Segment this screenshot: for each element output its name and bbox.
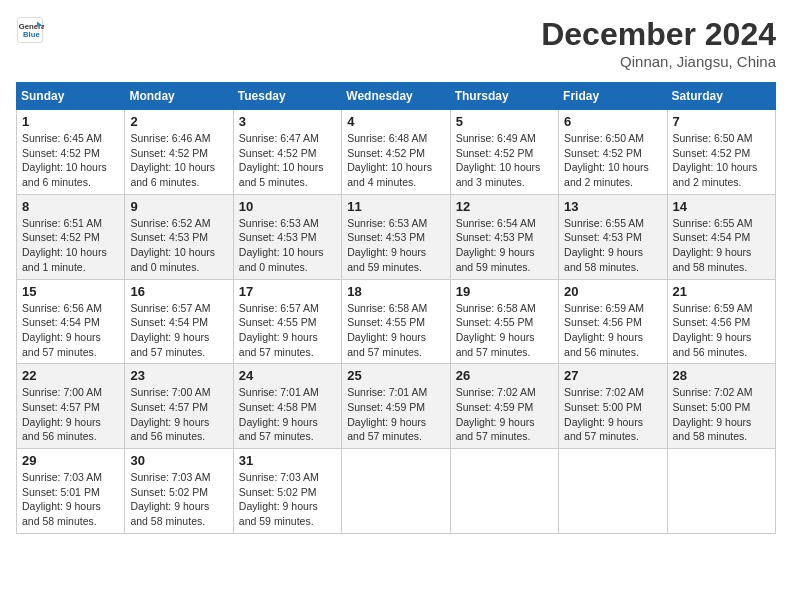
- logo: General Blue: [16, 16, 44, 44]
- calendar-week-1: 1Sunrise: 6:45 AMSunset: 4:52 PMDaylight…: [17, 110, 776, 195]
- day-number: 26: [456, 368, 553, 383]
- day-detail: Sunrise: 6:59 AMSunset: 4:56 PMDaylight:…: [564, 301, 661, 360]
- calendar-cell: 26Sunrise: 7:02 AMSunset: 4:59 PMDayligh…: [450, 364, 558, 449]
- calendar-cell: 5Sunrise: 6:49 AMSunset: 4:52 PMDaylight…: [450, 110, 558, 195]
- calendar-cell: 11Sunrise: 6:53 AMSunset: 4:53 PMDayligh…: [342, 194, 450, 279]
- day-detail: Sunrise: 6:50 AMSunset: 4:52 PMDaylight:…: [564, 131, 661, 190]
- day-number: 27: [564, 368, 661, 383]
- weekday-header-monday: Monday: [125, 83, 233, 110]
- calendar-cell: 30Sunrise: 7:03 AMSunset: 5:02 PMDayligh…: [125, 449, 233, 534]
- day-detail: Sunrise: 6:51 AMSunset: 4:52 PMDaylight:…: [22, 216, 119, 275]
- day-detail: Sunrise: 6:45 AMSunset: 4:52 PMDaylight:…: [22, 131, 119, 190]
- calendar-table: SundayMondayTuesdayWednesdayThursdayFrid…: [16, 82, 776, 534]
- day-number: 1: [22, 114, 119, 129]
- day-number: 29: [22, 453, 119, 468]
- logo-icon: General Blue: [16, 16, 44, 44]
- day-detail: Sunrise: 6:48 AMSunset: 4:52 PMDaylight:…: [347, 131, 444, 190]
- calendar-cell: 4Sunrise: 6:48 AMSunset: 4:52 PMDaylight…: [342, 110, 450, 195]
- calendar-cell: [450, 449, 558, 534]
- calendar-week-2: 8Sunrise: 6:51 AMSunset: 4:52 PMDaylight…: [17, 194, 776, 279]
- calendar-cell: [342, 449, 450, 534]
- weekday-header-thursday: Thursday: [450, 83, 558, 110]
- day-number: 20: [564, 284, 661, 299]
- day-number: 21: [673, 284, 770, 299]
- day-detail: Sunrise: 7:01 AMSunset: 4:58 PMDaylight:…: [239, 385, 336, 444]
- calendar-cell: 3Sunrise: 6:47 AMSunset: 4:52 PMDaylight…: [233, 110, 341, 195]
- day-number: 16: [130, 284, 227, 299]
- day-detail: Sunrise: 7:03 AMSunset: 5:02 PMDaylight:…: [130, 470, 227, 529]
- calendar-cell: 21Sunrise: 6:59 AMSunset: 4:56 PMDayligh…: [667, 279, 775, 364]
- calendar-cell: 2Sunrise: 6:46 AMSunset: 4:52 PMDaylight…: [125, 110, 233, 195]
- day-detail: Sunrise: 7:03 AMSunset: 5:01 PMDaylight:…: [22, 470, 119, 529]
- day-number: 3: [239, 114, 336, 129]
- day-detail: Sunrise: 6:56 AMSunset: 4:54 PMDaylight:…: [22, 301, 119, 360]
- day-detail: Sunrise: 7:01 AMSunset: 4:59 PMDaylight:…: [347, 385, 444, 444]
- day-number: 4: [347, 114, 444, 129]
- calendar-cell: 24Sunrise: 7:01 AMSunset: 4:58 PMDayligh…: [233, 364, 341, 449]
- svg-text:General: General: [19, 22, 44, 31]
- day-number: 5: [456, 114, 553, 129]
- day-number: 12: [456, 199, 553, 214]
- calendar-cell: 19Sunrise: 6:58 AMSunset: 4:55 PMDayligh…: [450, 279, 558, 364]
- calendar-cell: 23Sunrise: 7:00 AMSunset: 4:57 PMDayligh…: [125, 364, 233, 449]
- weekday-header-sunday: Sunday: [17, 83, 125, 110]
- calendar-cell: 20Sunrise: 6:59 AMSunset: 4:56 PMDayligh…: [559, 279, 667, 364]
- day-number: 30: [130, 453, 227, 468]
- calendar-cell: 25Sunrise: 7:01 AMSunset: 4:59 PMDayligh…: [342, 364, 450, 449]
- calendar-week-4: 22Sunrise: 7:00 AMSunset: 4:57 PMDayligh…: [17, 364, 776, 449]
- calendar-week-5: 29Sunrise: 7:03 AMSunset: 5:01 PMDayligh…: [17, 449, 776, 534]
- day-number: 2: [130, 114, 227, 129]
- day-detail: Sunrise: 6:50 AMSunset: 4:52 PMDaylight:…: [673, 131, 770, 190]
- day-number: 7: [673, 114, 770, 129]
- day-detail: Sunrise: 7:03 AMSunset: 5:02 PMDaylight:…: [239, 470, 336, 529]
- calendar-cell: 13Sunrise: 6:55 AMSunset: 4:53 PMDayligh…: [559, 194, 667, 279]
- weekday-header-tuesday: Tuesday: [233, 83, 341, 110]
- svg-text:Blue: Blue: [23, 30, 40, 39]
- day-detail: Sunrise: 6:47 AMSunset: 4:52 PMDaylight:…: [239, 131, 336, 190]
- calendar-cell: 15Sunrise: 6:56 AMSunset: 4:54 PMDayligh…: [17, 279, 125, 364]
- day-number: 28: [673, 368, 770, 383]
- day-number: 15: [22, 284, 119, 299]
- day-detail: Sunrise: 6:57 AMSunset: 4:54 PMDaylight:…: [130, 301, 227, 360]
- calendar-cell: 12Sunrise: 6:54 AMSunset: 4:53 PMDayligh…: [450, 194, 558, 279]
- day-detail: Sunrise: 6:49 AMSunset: 4:52 PMDaylight:…: [456, 131, 553, 190]
- calendar-cell: 1Sunrise: 6:45 AMSunset: 4:52 PMDaylight…: [17, 110, 125, 195]
- day-number: 13: [564, 199, 661, 214]
- weekday-header-friday: Friday: [559, 83, 667, 110]
- calendar-cell: 22Sunrise: 7:00 AMSunset: 4:57 PMDayligh…: [17, 364, 125, 449]
- day-detail: Sunrise: 6:59 AMSunset: 4:56 PMDaylight:…: [673, 301, 770, 360]
- day-detail: Sunrise: 7:00 AMSunset: 4:57 PMDaylight:…: [22, 385, 119, 444]
- day-number: 24: [239, 368, 336, 383]
- day-detail: Sunrise: 6:46 AMSunset: 4:52 PMDaylight:…: [130, 131, 227, 190]
- day-number: 23: [130, 368, 227, 383]
- calendar-cell: 16Sunrise: 6:57 AMSunset: 4:54 PMDayligh…: [125, 279, 233, 364]
- day-number: 17: [239, 284, 336, 299]
- day-detail: Sunrise: 6:58 AMSunset: 4:55 PMDaylight:…: [347, 301, 444, 360]
- day-number: 25: [347, 368, 444, 383]
- weekday-header-wednesday: Wednesday: [342, 83, 450, 110]
- day-number: 9: [130, 199, 227, 214]
- calendar-cell: 6Sunrise: 6:50 AMSunset: 4:52 PMDaylight…: [559, 110, 667, 195]
- calendar-cell: [559, 449, 667, 534]
- calendar-week-3: 15Sunrise: 6:56 AMSunset: 4:54 PMDayligh…: [17, 279, 776, 364]
- day-number: 14: [673, 199, 770, 214]
- calendar-cell: 31Sunrise: 7:03 AMSunset: 5:02 PMDayligh…: [233, 449, 341, 534]
- calendar-cell: 29Sunrise: 7:03 AMSunset: 5:01 PMDayligh…: [17, 449, 125, 534]
- day-number: 6: [564, 114, 661, 129]
- calendar-cell: 27Sunrise: 7:02 AMSunset: 5:00 PMDayligh…: [559, 364, 667, 449]
- day-detail: Sunrise: 6:53 AMSunset: 4:53 PMDaylight:…: [239, 216, 336, 275]
- weekday-header-row: SundayMondayTuesdayWednesdayThursdayFrid…: [17, 83, 776, 110]
- calendar-cell: 14Sunrise: 6:55 AMSunset: 4:54 PMDayligh…: [667, 194, 775, 279]
- title-block: December 2024 Qinnan, Jiangsu, China: [541, 16, 776, 70]
- day-number: 19: [456, 284, 553, 299]
- day-detail: Sunrise: 7:02 AMSunset: 5:00 PMDaylight:…: [564, 385, 661, 444]
- calendar-cell: [667, 449, 775, 534]
- calendar-cell: 18Sunrise: 6:58 AMSunset: 4:55 PMDayligh…: [342, 279, 450, 364]
- day-detail: Sunrise: 6:52 AMSunset: 4:53 PMDaylight:…: [130, 216, 227, 275]
- calendar-cell: 10Sunrise: 6:53 AMSunset: 4:53 PMDayligh…: [233, 194, 341, 279]
- day-number: 18: [347, 284, 444, 299]
- calendar-cell: 8Sunrise: 6:51 AMSunset: 4:52 PMDaylight…: [17, 194, 125, 279]
- day-number: 11: [347, 199, 444, 214]
- calendar-cell: 28Sunrise: 7:02 AMSunset: 5:00 PMDayligh…: [667, 364, 775, 449]
- weekday-header-saturday: Saturday: [667, 83, 775, 110]
